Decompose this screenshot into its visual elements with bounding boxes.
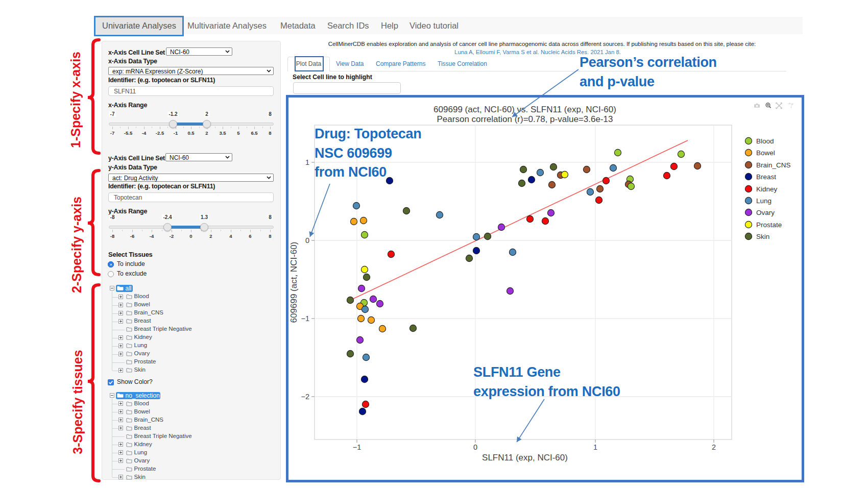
svg-text:Pearson correlation (r)=0.78,: Pearson correlation (r)=0.78, p-value=3.… — [437, 114, 613, 124]
svg-text:0: 0 — [473, 443, 477, 451]
svg-text:0: 0 — [305, 236, 309, 245]
svg-text:1: 1 — [593, 443, 597, 451]
svg-text:−1: −1 — [301, 314, 309, 323]
svg-text:Bowel: Bowel — [756, 149, 775, 157]
svg-text:Prostate: Prostate — [756, 221, 782, 229]
svg-text:609699 (act, NCI-60): 609699 (act, NCI-60) — [289, 242, 299, 323]
svg-text:609699 (act, NCI-60) vs. SLFN1: 609699 (act, NCI-60) vs. SLFN11 (exp, NC… — [433, 105, 616, 114]
svg-text:Blood: Blood — [756, 137, 774, 145]
svg-text:Skin: Skin — [756, 233, 769, 240]
svg-text:1: 1 — [305, 158, 309, 166]
svg-text:−2: −2 — [301, 393, 309, 401]
svg-text:Brain_CNS: Brain_CNS — [756, 161, 791, 169]
svg-text:−1: −1 — [353, 443, 361, 451]
svg-text:Ovary: Ovary — [756, 209, 775, 216]
svg-text:Breast: Breast — [756, 173, 776, 181]
svg-text:2: 2 — [712, 443, 716, 451]
svg-text:SLFN11 (exp, NCI-60): SLFN11 (exp, NCI-60) — [482, 453, 568, 462]
svg-text:Kidney: Kidney — [756, 185, 778, 193]
svg-text:Lung: Lung — [756, 197, 771, 205]
